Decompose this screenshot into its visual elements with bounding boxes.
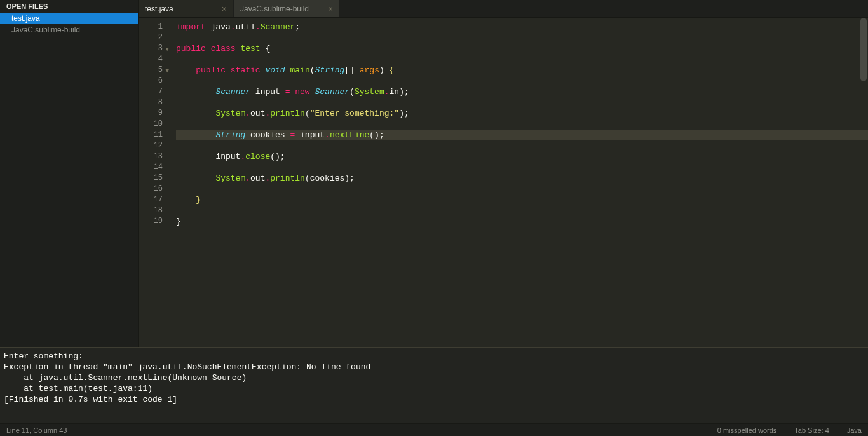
code-content[interactable]: import java.util.Scanner; public class t… [168,18,868,347]
code-line[interactable] [176,162,868,173]
sidebar-file-item[interactable]: test.java [0,13,138,24]
code-line[interactable]: Scanner input = new Scanner(System.in); [176,86,868,97]
code-line[interactable]: System.out.println("Enter something:"); [176,108,868,119]
code-line[interactable] [176,119,868,130]
code-line[interactable]: public class test { [176,43,868,54]
tab-label: JavaC.sublime-build [240,4,309,13]
line-number: 17 [139,194,163,205]
code-line[interactable]: System.out.println(cookies); [176,173,868,184]
code-line[interactable] [176,205,868,216]
build-output-panel[interactable]: Enter something: Exception in thread "ma… [0,347,868,423]
line-number: 13 [139,151,163,162]
code-line[interactable] [176,32,868,43]
line-number: 18 [139,205,163,216]
sidebar: OPEN FILES test.javaJavaC.sublime-build [0,0,139,347]
line-number: 15 [139,173,163,184]
line-number: 2 [139,32,163,43]
tab-label: test.java [145,4,173,13]
gutter: 123▼45▼678910111213141516171819 [139,18,168,347]
code-line[interactable] [176,140,868,151]
code-line[interactable] [176,76,868,86]
code-line[interactable] [176,184,868,194]
code-line[interactable]: } [176,216,868,227]
code-line[interactable]: input.close(); [176,151,868,162]
line-number: 16 [139,184,163,194]
line-number: 10 [139,119,163,130]
scrollbar-vertical[interactable] [860,18,867,81]
status-misspelled[interactable]: 0 misspelled words [717,426,777,434]
line-number: 12 [139,140,163,151]
line-number: 4 [139,54,163,65]
editor-tab[interactable]: JavaC.sublime-build× [234,0,340,17]
code-area[interactable]: 123▼45▼678910111213141516171819 import j… [139,18,868,347]
line-number: 19 [139,216,163,227]
line-number: 3▼ [139,43,163,54]
code-line[interactable] [176,97,868,108]
line-number: 8 [139,97,163,108]
code-line[interactable]: String cookies = input.nextLine(); [176,130,868,140]
line-number: 6 [139,76,163,86]
line-number: 5▼ [139,65,163,76]
code-line[interactable]: import java.util.Scanner; [176,22,868,32]
line-number: 7 [139,86,163,97]
editor-pane: test.java×JavaC.sublime-build× 123▼45▼67… [139,0,868,347]
status-language[interactable]: Java [847,426,862,434]
line-number: 9 [139,108,163,119]
line-number: 11 [139,130,163,140]
code-line[interactable]: } [176,194,868,205]
editor-tab[interactable]: test.java× [139,0,234,17]
code-line[interactable]: public static void main(String[] args) { [176,65,868,76]
close-icon[interactable]: × [328,4,333,13]
status-tab-size[interactable]: Tab Size: 4 [794,426,829,434]
status-cursor-position: Line 11, Column 43 [6,426,67,434]
status-bar: Line 11, Column 43 0 misspelled words Ta… [0,423,868,436]
line-number: 1 [139,22,163,32]
close-icon[interactable]: × [222,4,227,13]
line-number: 14 [139,162,163,173]
tab-bar: test.java×JavaC.sublime-build× [139,0,868,18]
code-line[interactable] [176,54,868,65]
open-files-header: OPEN FILES [0,0,138,13]
sidebar-file-item[interactable]: JavaC.sublime-build [0,24,138,36]
